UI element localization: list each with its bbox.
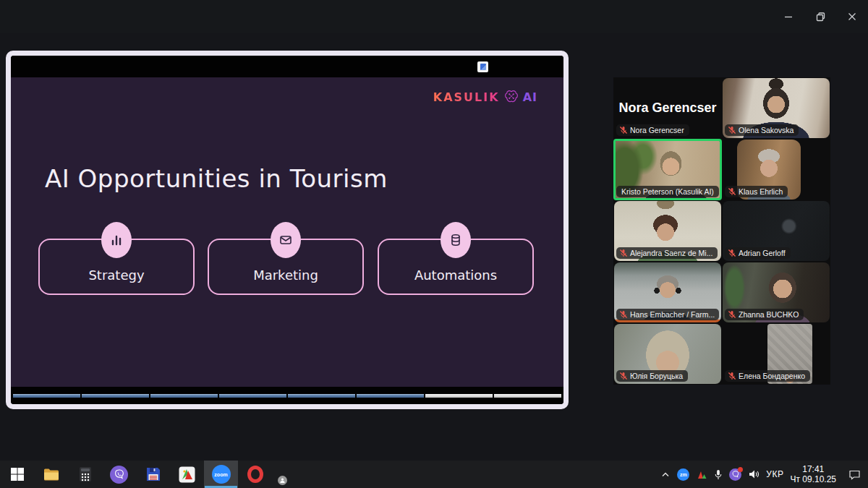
brand-name: KASULIK bbox=[433, 90, 500, 104]
media-app-icon bbox=[178, 466, 196, 484]
shared-screen-top-strip bbox=[11, 56, 563, 77]
participant-name-label: Olena Sakovska bbox=[725, 124, 799, 136]
muted-mic-icon bbox=[619, 372, 628, 380]
floppy-disk-icon bbox=[145, 466, 162, 483]
meeting-main-area: KASULIK AI AI Opportunities in Tourism bbox=[0, 33, 868, 461]
action-center-button[interactable] bbox=[848, 469, 861, 480]
presentation-slide: KASULIK AI AI Opportunities in Tourism bbox=[11, 77, 563, 387]
window-controls bbox=[773, 0, 868, 33]
window-titlebar bbox=[0, 0, 868, 33]
minimize-button[interactable] bbox=[773, 0, 804, 33]
progress-segment bbox=[425, 394, 493, 398]
participant-name-label: Klaus Ehrlich bbox=[725, 186, 788, 197]
viber-tray-icon bbox=[729, 468, 741, 481]
progress-segment bbox=[150, 394, 218, 398]
minimize-icon bbox=[784, 12, 793, 21]
database-icon bbox=[441, 222, 471, 258]
shared-screen-frame: KASULIK AI AI Opportunities in Tourism bbox=[6, 51, 569, 409]
viber-icon bbox=[110, 466, 128, 484]
tray-clock[interactable]: 17:41 Чт 09.10.25 bbox=[790, 464, 836, 484]
opera-button[interactable] bbox=[238, 461, 272, 488]
participant-tile-hans-embacher[interactable]: Hans Embacher / Farm... bbox=[613, 262, 722, 323]
language-indicator[interactable]: УКР bbox=[766, 469, 783, 479]
microphone-icon bbox=[714, 469, 723, 480]
progress-segment bbox=[288, 394, 355, 398]
muted-mic-icon bbox=[728, 187, 736, 196]
edge-profile-avatar bbox=[278, 476, 287, 485]
participant-tile-nora-gerencser[interactable]: Nora Gerencser Nora Gerencser bbox=[613, 77, 722, 139]
participant-tile-elena-bondarenko[interactable]: Елена Бондаренко bbox=[722, 323, 830, 385]
tray-viber-button[interactable] bbox=[729, 468, 741, 481]
muted-mic-icon bbox=[619, 310, 628, 319]
zoom-app-window: KASULIK AI AI Opportunities in Tourism bbox=[0, 0, 868, 488]
bar-chart-icon bbox=[101, 222, 132, 258]
card-marketing: Marketing bbox=[208, 239, 364, 295]
calculator-button[interactable] bbox=[68, 461, 102, 488]
envelope-icon bbox=[271, 222, 301, 258]
participant-tile-adrian-gerloff[interactable]: Adrian Gerloff bbox=[722, 200, 830, 262]
kasulik-ai-logo: KASULIK AI bbox=[433, 90, 537, 104]
card-strategy: Strategy bbox=[38, 239, 195, 295]
participant-tile-olena-sakovska[interactable]: Olena Sakovska bbox=[722, 77, 830, 139]
muted-mic-icon bbox=[728, 372, 736, 380]
system-tray: zm УКР 17:41 Чт 09.10.25 bbox=[660, 461, 868, 488]
participant-name-label: Hans Embacher / Farm... bbox=[616, 309, 719, 320]
restore-button[interactable] bbox=[804, 0, 836, 33]
edge-button[interactable] bbox=[272, 461, 306, 488]
participant-display-name: Nora Gerencser bbox=[613, 100, 722, 116]
notification-badge bbox=[738, 467, 743, 472]
card-marketing-label: Marketing bbox=[209, 267, 362, 283]
muted-mic-icon bbox=[619, 126, 628, 134]
participant-name-label: Юлія Боруцька bbox=[616, 370, 688, 382]
floppy-app-button[interactable] bbox=[136, 461, 170, 488]
progress-segment bbox=[13, 394, 80, 398]
participant-tile-yulia-borutska[interactable]: Юлія Боруцька bbox=[613, 323, 722, 385]
taskbar-apps: zoom bbox=[0, 461, 306, 488]
zoom-icon: zoom bbox=[212, 465, 231, 484]
windows-taskbar: zoom zm bbox=[0, 461, 868, 488]
participant-name-label: Adrian Gerloff bbox=[725, 247, 791, 259]
participant-name-label: Елена Бондаренко bbox=[725, 370, 810, 382]
muted-mic-icon bbox=[619, 249, 628, 257]
zoom-app-button[interactable]: zoom bbox=[204, 461, 238, 488]
card-automations-label: Automations bbox=[379, 267, 532, 283]
participants-panel: Nora Gerencser Nora Gerencser Olena Sako… bbox=[613, 77, 830, 385]
restore-icon bbox=[816, 12, 825, 22]
edge-icon bbox=[280, 465, 299, 484]
progress-segment bbox=[219, 394, 286, 398]
progress-segment bbox=[357, 394, 424, 398]
zoom-tray-icon: zm bbox=[677, 468, 689, 481]
muted-mic-icon bbox=[728, 249, 736, 257]
participant-name-label: Nora Gerencser bbox=[616, 124, 689, 136]
close-button[interactable] bbox=[836, 0, 868, 33]
media-app-button[interactable] bbox=[170, 461, 204, 488]
card-strategy-label: Strategy bbox=[40, 267, 193, 283]
tray-microphone-button[interactable] bbox=[714, 469, 723, 480]
tray-zoom-button[interactable]: zm bbox=[677, 468, 689, 481]
participant-tile-kristo-peterson[interactable]: Kristo Peterson (Kasulik AI) bbox=[613, 139, 722, 200]
presentation-mini-icon bbox=[477, 61, 488, 72]
progress-segment bbox=[494, 394, 561, 398]
slide-title: AI Opportunities in Tourism bbox=[45, 164, 388, 193]
windows-logo-icon bbox=[9, 466, 25, 482]
brand-suffix: AI bbox=[523, 90, 537, 104]
file-explorer-button[interactable] bbox=[34, 461, 68, 488]
opera-icon bbox=[247, 466, 263, 483]
participant-name-label: Alejandra Saenz de Mi... bbox=[616, 247, 718, 259]
calculator-icon bbox=[77, 466, 94, 483]
participant-name-label: Kristo Peterson (Kasulik AI) bbox=[616, 186, 719, 197]
tray-graphics-button[interactable] bbox=[696, 469, 707, 480]
participant-tile-alejandra-saenz[interactable]: Alejandra Saenz de Mi... bbox=[613, 200, 722, 262]
tray-chevron-button[interactable] bbox=[660, 470, 671, 479]
slide-progress-bar bbox=[13, 394, 561, 398]
shared-screen-content: KASULIK AI AI Opportunities in Tourism bbox=[11, 56, 563, 404]
muted-mic-icon bbox=[728, 310, 736, 319]
brain-icon bbox=[503, 90, 519, 104]
participant-tile-klaus-ehrlich[interactable]: Klaus Ehrlich bbox=[722, 139, 830, 200]
start-button[interactable] bbox=[0, 461, 34, 488]
tray-volume-button[interactable] bbox=[748, 469, 760, 479]
chevron-up-icon bbox=[660, 470, 671, 479]
viber-button[interactable] bbox=[102, 461, 136, 488]
participant-tile-zhanna-buchko[interactable]: Zhanna BUCHKO bbox=[722, 262, 830, 323]
muted-mic-icon bbox=[728, 126, 736, 134]
